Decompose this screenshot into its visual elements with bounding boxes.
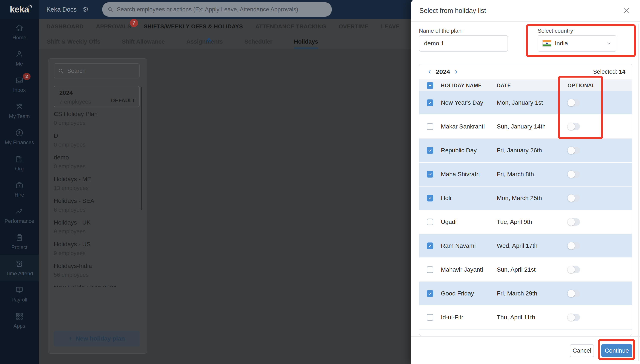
tab-attendance-tracking[interactable]: ATTENDANCE TRACKING xyxy=(255,23,326,30)
optional-toggle[interactable] xyxy=(567,99,580,106)
plans-scrollbar[interactable] xyxy=(141,87,142,210)
optional-toggle[interactable] xyxy=(567,147,580,154)
holiday-date: Sun, April 21st xyxy=(497,266,536,273)
subtab-shift-allowance[interactable]: Shift Allowance xyxy=(122,34,165,50)
holiday-plan-item[interactable]: demo 0 employees xyxy=(48,151,147,173)
holiday-rows: New Year's Day Mon, January 1st Makar Sa… xyxy=(419,91,632,330)
select-all-checkbox[interactable] xyxy=(427,82,433,89)
sidebar-item-org[interactable]: Org xyxy=(0,150,39,176)
row-checkbox[interactable] xyxy=(427,219,433,226)
next-year-button[interactable] xyxy=(452,68,460,76)
row-checkbox[interactable] xyxy=(427,314,433,321)
column-date: DATE xyxy=(497,82,511,88)
holiday-row[interactable]: Holi Mon, March 25th xyxy=(419,186,632,210)
tab-approvals[interactable]: APPROVALS7 xyxy=(96,23,131,30)
holiday-plan-item[interactable]: CS Holiday Plan 0 employees xyxy=(48,108,147,129)
holiday-row[interactable]: Republic Day Fri, January 26th xyxy=(419,139,632,163)
holiday-row[interactable]: Ram Navami Wed, April 17th xyxy=(419,234,632,258)
india-flag-icon xyxy=(542,40,551,47)
optional-toggle[interactable] xyxy=(567,290,580,297)
holiday-date: Tue, April 9th xyxy=(497,218,532,226)
tab-overtime[interactable]: OVERTIME xyxy=(339,23,369,30)
prev-year-button[interactable] xyxy=(426,68,434,76)
table-header-row: HOLIDAY NAME DATE OPTIONAL xyxy=(419,80,632,91)
optional-toggle[interactable] xyxy=(567,194,580,202)
indeterminate-icon xyxy=(428,84,432,87)
row-checkbox[interactable] xyxy=(427,242,433,249)
holiday-row[interactable]: Ugadi Tue, April 9th xyxy=(419,210,632,234)
holiday-name: Mahavir Jayanti xyxy=(441,266,483,273)
subtab-holidays[interactable]: Holidays xyxy=(294,34,318,50)
logo-spark-icon xyxy=(28,3,33,8)
global-search-input[interactable] xyxy=(117,6,327,13)
holiday-plan-item[interactable]: Holidays - ME 13 employees xyxy=(48,173,147,194)
tab-dashboard[interactable]: DASHBOARD xyxy=(47,23,84,30)
optional-toggle[interactable] xyxy=(567,242,580,250)
holiday-plan-item[interactable]: Holidays - UK 9 employees xyxy=(48,216,147,238)
search-icon xyxy=(58,68,64,74)
holiday-plan-item[interactable]: New Holiday Plan 2024 xyxy=(48,281,147,287)
row-checkbox[interactable] xyxy=(427,195,433,202)
optional-toggle[interactable] xyxy=(567,170,580,178)
sidebar-item-performance[interactable]: Performance xyxy=(0,202,39,229)
optional-toggle[interactable] xyxy=(567,266,580,273)
sidebar-item-me[interactable]: Me xyxy=(0,45,39,71)
app-title: Keka Docs xyxy=(47,6,77,13)
sidebar-item-time-attend[interactable]: Time Attend xyxy=(0,255,39,281)
continue-button[interactable]: Continue xyxy=(601,344,632,357)
sidebar-item-hire[interactable]: Hire xyxy=(0,176,39,202)
holiday-row[interactable]: Maha Shivratri Fri, March 8th xyxy=(419,163,632,186)
keka-logo[interactable]: keka xyxy=(0,0,39,19)
holiday-row[interactable]: Makar Sankranti Sun, January 14th xyxy=(419,115,632,139)
subtab-scheduler[interactable]: Scheduler xyxy=(244,34,272,50)
row-checkbox[interactable] xyxy=(427,100,433,106)
holiday-row[interactable]: New Year's Day Mon, January 1st xyxy=(419,91,632,115)
sidebar-item-my-team[interactable]: My Team xyxy=(0,98,39,124)
sidebar-item-apps[interactable]: Apps xyxy=(0,307,39,334)
modal-scrollbar[interactable] xyxy=(638,24,639,361)
row-checkbox[interactable] xyxy=(427,266,433,273)
cancel-button[interactable]: Cancel xyxy=(570,344,594,357)
tab-shifts-weekly-offs-holidays[interactable]: SHIFTS/WEEKLY OFFS & HOLIDAYS xyxy=(144,23,243,30)
plus-icon: + xyxy=(68,335,73,342)
holiday-date: Fri, March 29th xyxy=(497,290,537,297)
sidebar-item-project[interactable]: Project xyxy=(0,229,39,255)
country-select[interactable]: India xyxy=(538,35,616,52)
sidebar-item-home[interactable]: Home xyxy=(0,19,39,45)
subtab-shift-weekly-offs[interactable]: Shift & Weekly Offs xyxy=(47,34,100,50)
sidebar-item-label: Org xyxy=(15,166,24,172)
holiday-plan-item[interactable]: 2024 7 employees DEFAULT xyxy=(54,86,140,107)
new-holiday-plan-button[interactable]: + New holiday plan xyxy=(54,331,140,346)
holiday-name: Holi xyxy=(441,195,451,202)
plans-search-input[interactable] xyxy=(67,68,135,74)
holiday-row[interactable]: Good Friday Fri, March 29th xyxy=(419,282,632,306)
global-search[interactable] xyxy=(102,2,332,17)
optional-toggle[interactable] xyxy=(567,314,580,321)
gear-icon[interactable]: ⚙ xyxy=(83,5,89,14)
row-checkbox[interactable] xyxy=(427,147,433,154)
holiday-plan-item[interactable]: Holidays-India 56 employees xyxy=(48,260,147,281)
sidebar-item-label: My Team xyxy=(9,113,30,119)
sidebar-item-my-finances[interactable]: $ My Finances xyxy=(0,124,39,150)
sidebar-item-payroll[interactable]: $ Payroll xyxy=(0,281,39,307)
row-checkbox[interactable] xyxy=(427,290,433,297)
modal-footer: Cancel Continue xyxy=(411,336,640,364)
holiday-plans-list: 2024 7 employees DEFAULT CS Holiday Plan… xyxy=(48,86,147,287)
holiday-plan-item[interactable]: D 0 employees xyxy=(48,129,147,151)
plan-name-input[interactable] xyxy=(419,35,508,52)
plans-search-box[interactable] xyxy=(54,64,140,78)
subtab-assignments[interactable]: Assignments xyxy=(186,34,223,50)
holiday-date: Fri, March 8th xyxy=(497,171,534,178)
optional-toggle[interactable] xyxy=(567,218,580,226)
holiday-row[interactable]: Mahavir Jayanti Sun, April 21st xyxy=(419,258,632,282)
holiday-plan-item[interactable]: Holidays - SEA 6 employees xyxy=(48,194,147,216)
holiday-plan-item[interactable]: Holidays - US 9 employees xyxy=(48,238,147,260)
optional-toggle[interactable] xyxy=(567,123,580,130)
row-checkbox[interactable] xyxy=(427,171,433,178)
holiday-row[interactable]: Id-ul-Fitr Thu, April 11th xyxy=(419,306,632,330)
sidebar-item-inbox[interactable]: 2 Inbox xyxy=(0,71,39,98)
tab-leave[interactable]: LEAVE xyxy=(381,23,400,30)
year-navigation: 2024 Selected: 14 xyxy=(419,64,632,80)
row-checkbox[interactable] xyxy=(427,123,433,130)
close-icon[interactable] xyxy=(622,7,630,15)
